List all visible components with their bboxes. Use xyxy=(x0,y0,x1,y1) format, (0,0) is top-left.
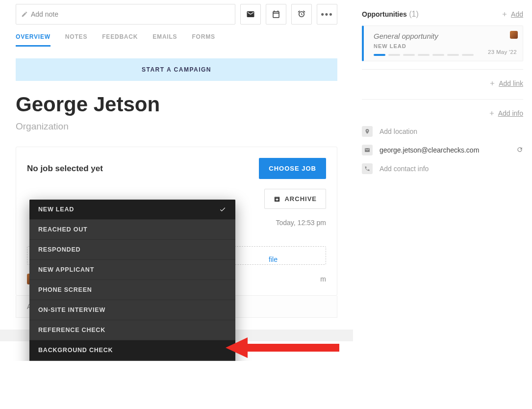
add-info-link[interactable]: Add info xyxy=(362,109,523,117)
timestamp: Today, 12:53 pm xyxy=(276,219,326,227)
tab-overview[interactable]: OVERVIEW xyxy=(16,33,51,47)
tab-notes[interactable]: NOTES xyxy=(65,33,87,47)
stage-label: NEW APPLICANT xyxy=(38,266,94,273)
stage-option-reached-out[interactable]: REACHED OUT xyxy=(29,220,235,240)
person-organization: Organization xyxy=(16,121,337,132)
refresh-email-button[interactable] xyxy=(516,146,523,154)
upload-file-link[interactable]: file xyxy=(269,256,278,263)
phone-icon xyxy=(364,166,370,172)
stage-label: PHONE SCREEN xyxy=(38,286,92,293)
add-location-row[interactable]: Add location xyxy=(362,126,523,137)
stage-dropdown: NEW LEAD REACHED OUT RESPONDED NEW APPLI… xyxy=(29,200,235,361)
tab-forms[interactable]: FORMS xyxy=(192,33,215,47)
stage-option-offer[interactable]: OFFER xyxy=(29,360,235,361)
email-button[interactable] xyxy=(240,4,261,25)
stage-label: REACHED OUT xyxy=(38,226,87,233)
annotation-arrow xyxy=(226,335,339,360)
stage-label: RESPONDED xyxy=(38,246,80,253)
add-info-label: Add info xyxy=(498,109,523,117)
stage-option-new-applicant[interactable]: NEW APPLICANT xyxy=(29,260,235,280)
no-job-label: No job selected yet xyxy=(27,164,103,174)
refresh-icon xyxy=(516,146,523,153)
add-link-label: Add link xyxy=(499,79,523,87)
alarm-clock-icon xyxy=(297,10,306,19)
add-note-input[interactable]: Add note xyxy=(16,4,235,25)
stage-label: BACKGROUND CHECK xyxy=(38,347,113,354)
calendar-button[interactable] xyxy=(266,4,286,25)
stage-option-phone-screen[interactable]: PHONE SCREEN xyxy=(29,280,235,300)
person-name: George Jetson xyxy=(16,93,337,116)
archive-button[interactable]: ARCHIVE xyxy=(264,189,326,209)
calendar-icon xyxy=(272,10,280,19)
stage-label: REFERENCE CHECK xyxy=(38,327,105,333)
envelope-icon xyxy=(246,10,255,19)
start-campaign-button[interactable]: START A CAMPAIGN xyxy=(16,58,337,81)
add-opportunity-link[interactable]: Add xyxy=(501,10,523,18)
opportunity-avatar xyxy=(510,31,518,39)
opportunity-card[interactable]: General opportunity NEW LEAD 23 May '22 xyxy=(362,26,523,61)
opportunities-count: (1) xyxy=(409,10,419,18)
archive-icon xyxy=(274,196,280,203)
plus-icon xyxy=(489,80,496,87)
add-note-placeholder: Add note xyxy=(31,10,58,18)
stage-label: NEW LEAD xyxy=(38,206,74,213)
email-value: george.jetson@clearchecks.com xyxy=(380,146,479,154)
add-location-label: Add location xyxy=(380,128,417,135)
checkmark-icon xyxy=(219,206,227,213)
plus-icon xyxy=(488,110,495,117)
footer-text: m xyxy=(320,275,326,283)
ellipsis-icon: ••• xyxy=(321,9,333,20)
email-row[interactable]: george.jetson@clearchecks.com xyxy=(362,145,523,155)
tab-feedback[interactable]: FEEDBACK xyxy=(102,33,138,47)
stage-label: ON-SITE INTERVIEW xyxy=(38,307,105,313)
opportunities-title: Opportunities xyxy=(362,10,407,18)
stage-option-reference-check[interactable]: REFERENCE CHECK xyxy=(29,320,235,340)
tab-emails[interactable]: EMAILS xyxy=(152,33,177,47)
opportunity-title: General opportunity xyxy=(374,32,516,40)
sidebar: Opportunities (1) Add General opportunit… xyxy=(353,0,532,361)
choose-job-button[interactable]: CHOOSE JOB xyxy=(259,158,326,179)
add-opportunity-label: Add xyxy=(511,10,523,18)
reminder-button[interactable] xyxy=(291,4,312,25)
plus-icon xyxy=(501,11,508,18)
stage-option-on-site-interview[interactable]: ON-SITE INTERVIEW xyxy=(29,300,235,320)
archive-label: ARCHIVE xyxy=(284,195,317,203)
add-contact-row[interactable]: Add contact info xyxy=(362,163,523,174)
add-contact-label: Add contact info xyxy=(380,165,429,173)
pencil-icon xyxy=(21,11,28,18)
more-button[interactable]: ••• xyxy=(317,4,337,25)
stage-option-background-check[interactable]: BACKGROUND CHECK xyxy=(29,340,235,360)
stage-option-new-lead[interactable]: NEW LEAD xyxy=(29,200,235,220)
opportunity-stage: NEW LEAD xyxy=(374,43,516,49)
envelope-icon xyxy=(364,147,370,153)
stage-option-responded[interactable]: RESPONDED xyxy=(29,240,235,260)
location-icon xyxy=(364,128,370,134)
add-link-link[interactable]: Add link xyxy=(362,79,523,87)
opportunity-date: 23 May '22 xyxy=(488,49,517,55)
tabs: OVERVIEW NOTES FEEDBACK EMAILS FORMS xyxy=(0,33,353,47)
svg-marker-0 xyxy=(226,337,339,358)
